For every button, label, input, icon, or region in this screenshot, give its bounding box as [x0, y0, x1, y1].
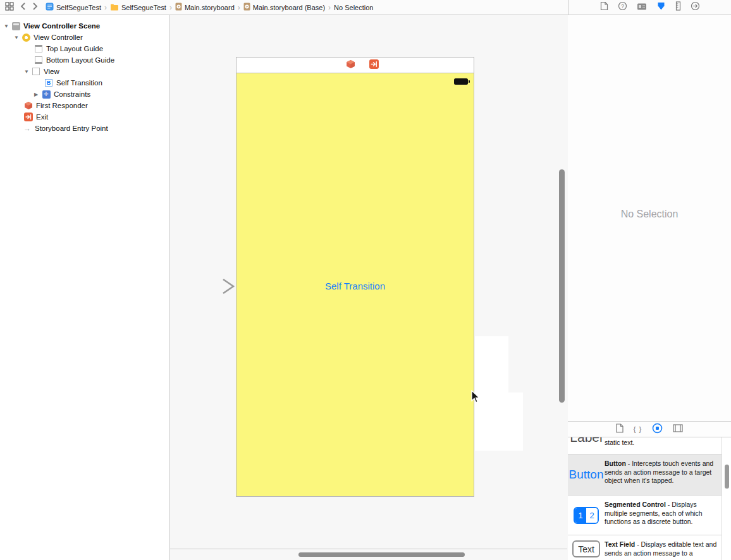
view-controller-view[interactable]: Self Transition — [236, 73, 474, 497]
library-tab-bar: { } — [568, 421, 731, 437]
file-template-library-icon[interactable] — [616, 423, 624, 435]
storyboard-canvas[interactable]: Self Transition — [170, 15, 568, 560]
status-bar-battery-icon — [454, 78, 468, 85]
breadcrumb-file-base[interactable]: Main.storyboard (Base) — [243, 3, 325, 12]
breadcrumb-separator: › — [169, 3, 172, 12]
canvas-horizontal-scrollbar[interactable] — [298, 552, 465, 557]
segmented-control-preview: 1 2 — [574, 507, 599, 524]
folder-icon — [110, 3, 119, 12]
self-transition-button[interactable]: Self Transition — [236, 281, 474, 291]
library-item-segmented-control[interactable]: 1 2 Segmented Control - Displays multipl… — [568, 496, 722, 535]
outline-item-constraints[interactable]: ▶ ✛ Constraints — [0, 88, 169, 100]
library-item-description: static text. — [605, 437, 722, 454]
label-preview: Label — [570, 437, 602, 445]
library-scrollbar-track-divider — [722, 437, 722, 560]
drag-ghost-rectangle — [475, 336, 508, 393]
breadcrumb-group[interactable]: SelfSegueTest — [110, 3, 166, 12]
bottom-layout-guide-icon — [34, 56, 43, 64]
view-controller-dock[interactable] — [236, 57, 474, 73]
first-responder-icon[interactable] — [346, 59, 355, 71]
disclosure-triangle-icon[interactable]: ▼ — [4, 23, 11, 29]
storyboard-entry-point-arrow[interactable] — [175, 277, 237, 296]
button-icon: B — [44, 78, 53, 87]
exit-icon[interactable] — [369, 59, 379, 71]
outline-item-bottom-layout-guide[interactable]: Bottom Layout Guide — [0, 54, 169, 66]
storyboard-icon — [175, 3, 182, 12]
mouse-cursor — [470, 390, 481, 404]
outline-item-view-controller[interactable]: ▼ View Controller — [0, 32, 169, 43]
disclosure-triangle-icon[interactable]: ▼ — [14, 35, 22, 40]
disclosure-triangle-icon[interactable]: ▶ — [34, 92, 42, 97]
file-inspector-icon[interactable] — [600, 1, 608, 13]
document-outline: ▼ View Controller Scene ▼ View Controlle… — [0, 15, 169, 134]
code-snippet-library-icon[interactable]: { } — [634, 425, 642, 433]
breadcrumb-separator: › — [238, 3, 240, 12]
quick-help-inspector-icon[interactable]: ? — [618, 1, 627, 13]
disclosure-triangle-icon[interactable]: ▼ — [24, 69, 32, 75]
library-scrollbar[interactable] — [725, 465, 729, 489]
project-icon — [46, 3, 54, 12]
size-inspector-icon[interactable] — [675, 1, 681, 13]
text-field-preview: Text — [572, 540, 600, 557]
media-library-icon[interactable] — [673, 423, 683, 435]
entry-point-arrow-icon: → — [23, 124, 32, 133]
object-library-list: Label static text. Button Button - Inter… — [568, 437, 731, 560]
attributes-inspector-icon[interactable] — [656, 1, 666, 13]
outline-item-self-transition-button[interactable]: B Self Transition — [0, 77, 169, 88]
object-library-icon[interactable] — [652, 423, 663, 436]
outline-item-entry-point[interactable]: → Storyboard Entry Point — [0, 123, 169, 134]
library-item-label[interactable]: Label static text. — [568, 437, 722, 454]
breadcrumb-separator: › — [328, 3, 331, 12]
view-icon — [32, 67, 40, 76]
outline-item-scene[interactable]: ▼ View Controller Scene — [0, 20, 169, 32]
library-item-button[interactable]: Button Button - Intercepts touch events … — [568, 454, 722, 496]
library-item-description: Text Field - Displays editable text and … — [605, 535, 722, 560]
back-button-icon[interactable] — [20, 2, 26, 13]
connections-inspector-icon[interactable] — [691, 1, 700, 13]
breadcrumb-separator: › — [104, 3, 107, 12]
outline-item-top-layout-guide[interactable]: Top Layout Guide — [0, 43, 169, 54]
toolbar: SelfSegueTest › SelfSegueTest › Main.sto… — [0, 0, 731, 15]
breadcrumb-file[interactable]: Main.storyboard — [175, 3, 235, 12]
breadcrumb-project[interactable]: SelfSegueTest — [46, 3, 101, 12]
constraints-icon: ✛ — [42, 90, 51, 99]
canvas-vertical-scrollbar[interactable] — [559, 169, 565, 403]
svg-text:?: ? — [621, 3, 624, 9]
view-controller-icon — [22, 33, 30, 42]
canvas-horizontal-scrollbar-track[interactable] — [170, 549, 567, 560]
jump-bar: SelfSegueTest › SelfSegueTest › Main.sto… — [0, 0, 568, 15]
inspector-panel: No Selection { } Label static text. Butt… — [568, 15, 731, 560]
related-items-icon[interactable] — [5, 2, 14, 13]
breadcrumb-selection[interactable]: No Selection — [334, 4, 373, 11]
outline-item-first-responder[interactable]: First Responder — [0, 100, 169, 111]
top-layout-guide-icon — [34, 44, 43, 53]
document-outline-sidebar: ▼ View Controller Scene ▼ View Controlle… — [0, 15, 170, 560]
drag-ghost-rectangle — [475, 393, 523, 451]
library-item-description: Segmented Control - Displays multiple se… — [605, 496, 722, 535]
library-item-text-field[interactable]: Text Text Field - Displays editable text… — [568, 535, 722, 560]
exit-icon — [24, 113, 33, 121]
storyboard-icon — [243, 3, 250, 12]
inspector-tab-bar: ? — [568, 0, 731, 15]
no-selection-message: No Selection — [568, 209, 731, 220]
outline-item-exit[interactable]: Exit — [0, 111, 169, 123]
identity-inspector-icon[interactable] — [637, 2, 647, 13]
first-responder-icon — [24, 101, 33, 110]
scene-icon — [11, 21, 20, 30]
outline-item-view[interactable]: ▼ View — [0, 66, 169, 77]
library-item-description: Button - Intercepts touch events and sen… — [605, 454, 722, 495]
forward-button-icon[interactable] — [32, 2, 38, 13]
button-preview: Button — [569, 468, 604, 482]
